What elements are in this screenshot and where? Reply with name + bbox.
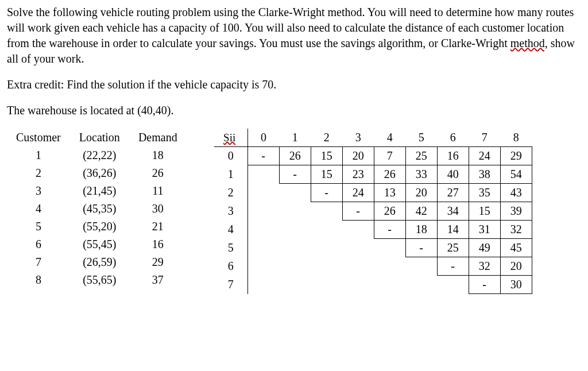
matrix-cell: 25 [437, 239, 469, 257]
matrix-cell: - [374, 221, 405, 239]
matrix-corner-label: Sii [214, 129, 248, 147]
matrix-cell: 16 [437, 147, 469, 165]
matrix-row-label: 1 [214, 165, 248, 184]
matrix-cell [247, 165, 279, 184]
table-row: 4(45,35)30 [7, 200, 187, 218]
matrix-cell: 54 [500, 165, 532, 184]
table-row: 8(55,65)37 [7, 271, 187, 289]
matrix-cell: 26 [374, 202, 405, 221]
header-demand: Demand [129, 129, 187, 146]
table-row: 7(26,59)29 [7, 253, 187, 271]
matrix-row-label: 7 [214, 276, 248, 294]
matrix-row-label: 2 [214, 184, 248, 202]
customer-table-body: 1(22,22)18 2(36,26)26 3(21,45)11 4(45,35… [7, 146, 187, 289]
matrix-cell [279, 257, 311, 276]
matrix-row: 6-3220 [214, 257, 532, 276]
matrix-cell: - [405, 239, 437, 257]
matrix-cell: 20 [500, 257, 532, 276]
matrix-row: 3-2642341539 [214, 202, 532, 221]
cell: 5 [7, 218, 70, 235]
matrix-cell: 40 [437, 165, 469, 184]
cell: 29 [129, 253, 187, 271]
matrix-cell [374, 257, 405, 276]
table-row: 2(36,26)26 [7, 164, 187, 182]
matrix-row: 4-18143132 [214, 221, 532, 239]
customer-table-header-row: Customer Location Demand [7, 129, 187, 146]
matrix-cell [405, 276, 437, 294]
cell: (45,35) [70, 200, 129, 218]
cell: (22,22) [70, 146, 129, 164]
extra-credit-paragraph: Extra credit: Find the solution if the v… [7, 77, 581, 92]
matrix-cell [279, 202, 311, 221]
matrix-cell: 18 [405, 221, 437, 239]
matrix-cell: 31 [469, 221, 500, 239]
matrix-cell: 13 [374, 184, 405, 202]
matrix-cell [374, 276, 405, 294]
matrix-cell: 26 [374, 165, 405, 184]
matrix-row-label: 0 [214, 147, 248, 165]
matrix-cell: - [311, 184, 342, 202]
warehouse-paragraph: The warehouse is located at (40,40). [7, 103, 581, 118]
matrix-cell [311, 257, 342, 276]
matrix-cell [311, 221, 342, 239]
matrix-cell [311, 239, 342, 257]
matrix-col-header: 4 [374, 129, 405, 147]
customer-table: Customer Location Demand 1(22,22)18 2(36… [7, 129, 187, 289]
matrix-cell [247, 221, 279, 239]
matrix-cell: 20 [405, 184, 437, 202]
cell: 16 [129, 235, 187, 253]
cell: (36,26) [70, 164, 129, 182]
matrix-cell: 15 [311, 165, 342, 184]
matrix-cell: 38 [469, 165, 500, 184]
matrix-cell: 27 [437, 184, 469, 202]
matrix-col-header: 3 [342, 129, 374, 147]
matrix-row: 0-261520725162429 [214, 147, 532, 165]
matrix-cell: 25 [405, 147, 437, 165]
cell: 37 [129, 271, 187, 289]
matrix-row-label: 3 [214, 202, 248, 221]
matrix-col-header: 6 [437, 129, 469, 147]
matrix-cell [311, 276, 342, 294]
matrix-cell [279, 276, 311, 294]
matrix-cell: 30 [500, 276, 532, 294]
matrix-cell: 26 [279, 147, 311, 165]
matrix-col-header: 7 [469, 129, 500, 147]
matrix-cell: 35 [469, 184, 500, 202]
cell: (21,45) [70, 182, 129, 200]
matrix-cell: - [437, 257, 469, 276]
matrix-cell [342, 221, 374, 239]
matrix-row: 5-254945 [214, 239, 532, 257]
matrix-cell: 45 [500, 239, 532, 257]
cell: 6 [7, 235, 70, 253]
cell: (55,20) [70, 218, 129, 235]
matrix-cell: - [247, 147, 279, 165]
matrix-cell [342, 257, 374, 276]
matrix-cell: 34 [437, 202, 469, 221]
cell: 1 [7, 146, 70, 164]
matrix-cell: - [342, 202, 374, 221]
matrix-cell: - [469, 276, 500, 294]
matrix-cell: 15 [311, 147, 342, 165]
matrix-cell: 24 [469, 147, 500, 165]
matrix-col-header: 8 [500, 129, 532, 147]
matrix-cell [437, 276, 469, 294]
matrix-cell: 14 [437, 221, 469, 239]
matrix-cell [247, 257, 279, 276]
matrix-cell: 20 [342, 147, 374, 165]
cell: 8 [7, 271, 70, 289]
matrix-cell: 42 [405, 202, 437, 221]
matrix-row: 2-241320273543 [214, 184, 532, 202]
matrix-cell [247, 239, 279, 257]
matrix-cell [279, 221, 311, 239]
matrix-cell [374, 239, 405, 257]
matrix-cell: 29 [500, 147, 532, 165]
matrix-cell: 32 [469, 257, 500, 276]
matrix-col-header: 1 [279, 129, 311, 147]
matrix-cell [247, 202, 279, 221]
matrix-cell [405, 257, 437, 276]
table-row: 6(55,45)16 [7, 235, 187, 253]
matrix-cell [247, 184, 279, 202]
matrix-cell: - [279, 165, 311, 184]
cell: 26 [129, 164, 187, 182]
matrix-col-header: 0 [247, 129, 279, 147]
